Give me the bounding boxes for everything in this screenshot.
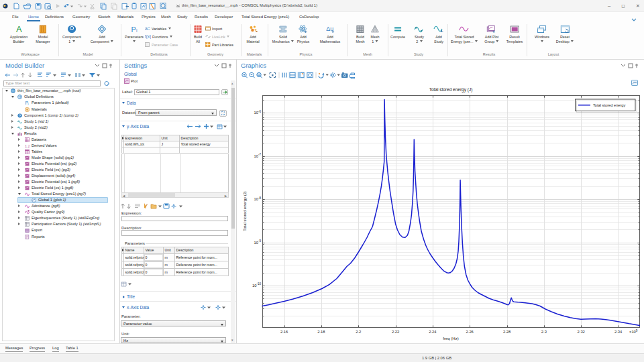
svg-text:2.2: 2.2 xyxy=(356,330,361,334)
svg-text:10-9: 10-9 xyxy=(254,239,262,245)
svg-text:f(x): f(x) xyxy=(145,34,151,39)
svg-text:i: i xyxy=(28,103,29,106)
svg-text:2.24: 2.24 xyxy=(429,330,437,334)
svg-text:2.16: 2.16 xyxy=(280,330,288,334)
svg-text:10-10: 10-10 xyxy=(252,282,261,288)
svg-text:2.18: 2.18 xyxy=(317,330,325,334)
svg-text:Total stored energy (J): Total stored energy (J) xyxy=(429,87,473,93)
svg-text:Total stored energy (J): Total stored energy (J) xyxy=(243,191,247,231)
svg-text:2.28: 2.28 xyxy=(503,330,511,334)
svg-text:10-7: 10-7 xyxy=(254,153,262,158)
svg-text:A: A xyxy=(16,25,22,34)
svg-text:2.3: 2.3 xyxy=(541,330,547,334)
svg-text:Δu: Δu xyxy=(326,25,333,32)
svg-text:Pi: Pi xyxy=(131,25,138,34)
svg-text:2.32: 2.32 xyxy=(578,330,585,334)
svg-text:Total stored energy: Total stored energy xyxy=(593,103,626,107)
svg-text:2.34: 2.34 xyxy=(614,330,623,334)
svg-text:×109: ×109 xyxy=(629,329,638,334)
svg-text:freq (Hz): freq (Hz) xyxy=(443,337,458,341)
svg-text:10-6: 10-6 xyxy=(254,110,262,115)
svg-text:1.2: 1.2 xyxy=(25,143,30,147)
svg-text:2.22: 2.22 xyxy=(392,330,399,334)
svg-text:10-8: 10-8 xyxy=(254,196,262,202)
svg-text:a=: a= xyxy=(145,26,150,31)
svg-text:2.26: 2.26 xyxy=(466,330,474,334)
